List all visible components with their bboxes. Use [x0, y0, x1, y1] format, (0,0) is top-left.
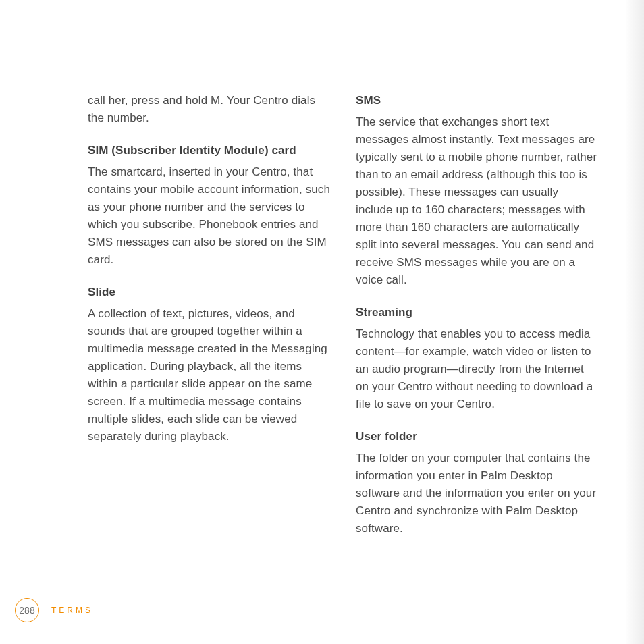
term-body-sms: The service that exchanges short text me…: [356, 113, 598, 289]
lead-paragraph: call her, press and hold M. Your Centro …: [88, 92, 330, 127]
section-label: TERMS: [51, 606, 93, 615]
content-columns: call her, press and hold M. Your Centro …: [0, 0, 644, 537]
page-number-badge: 288: [15, 598, 39, 622]
term-heading-sms: SMS: [356, 92, 598, 109]
page: call her, press and hold M. Your Centro …: [0, 0, 644, 644]
term-body-streaming: Technology that enables you to access me…: [356, 325, 598, 413]
footer: 288 TERMS: [0, 598, 93, 622]
term-heading-user-folder: User folder: [356, 428, 598, 446]
term-heading-slide: Slide: [88, 284, 330, 301]
right-column: SMS The service that exchanges short tex…: [356, 92, 598, 537]
page-edge-shadow: [625, 0, 644, 644]
term-heading-sim: SIM (Subscriber Identity Module) card: [88, 142, 330, 159]
term-body-user-folder: The folder on your computer that contain…: [356, 450, 598, 537]
term-heading-streaming: Streaming: [356, 304, 598, 321]
term-body-slide: A collection of text, pictures, videos, …: [88, 305, 330, 446]
term-body-sim: The smartcard, inserted in your Centro, …: [88, 163, 330, 269]
left-column: call her, press and hold M. Your Centro …: [88, 92, 330, 537]
